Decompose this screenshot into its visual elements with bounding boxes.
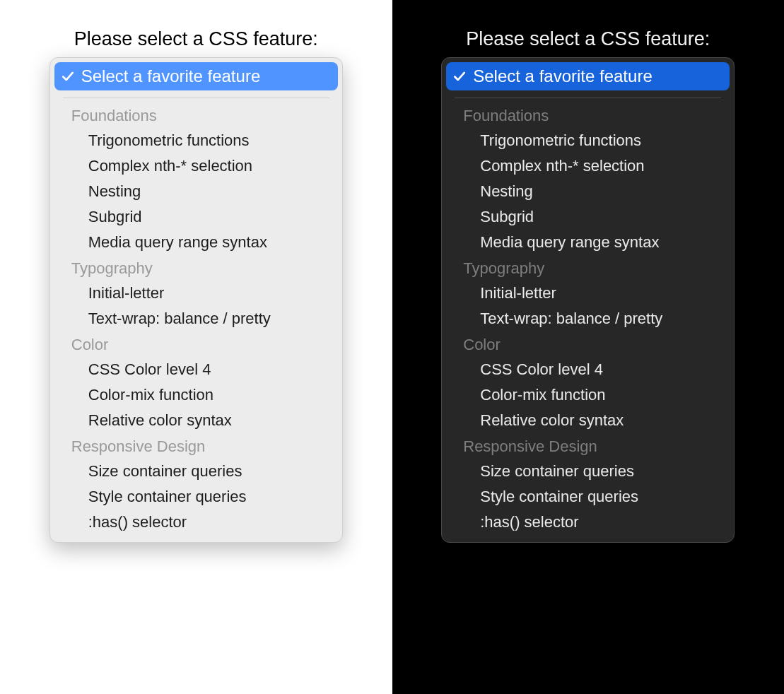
dropdown-option[interactable]: Complex nth-* selection <box>54 153 338 179</box>
dropdown-option[interactable]: Color-mix function <box>54 382 338 408</box>
dropdown-option[interactable]: Style container queries <box>446 484 730 510</box>
dropdown-option[interactable]: Initial-letter <box>446 281 730 306</box>
selected-option-label: Select a favorite feature <box>81 66 260 86</box>
optgroup-header: Color <box>446 331 730 357</box>
dropdown-option[interactable]: Color-mix function <box>446 382 730 408</box>
optgroup-header: Color <box>54 331 338 357</box>
dropdown-option[interactable]: :has() selector <box>446 510 730 535</box>
dropdown-option[interactable]: Nesting <box>446 179 730 204</box>
light-theme-pane: Please select a CSS feature: Select a fa… <box>0 0 392 694</box>
dropdown-option[interactable]: Nesting <box>54 179 338 204</box>
prompt-label: Please select a CSS feature: <box>74 28 318 50</box>
dropdown-option[interactable]: Subgrid <box>54 204 338 230</box>
checkmark-icon <box>62 70 74 83</box>
selected-option-row[interactable]: Select a favorite feature <box>446 62 730 90</box>
optgroup-header: Foundations <box>54 102 338 128</box>
dropdown-option[interactable]: CSS Color level 4 <box>54 357 338 382</box>
dropdown-option[interactable]: Relative color syntax <box>54 408 338 433</box>
checkmark-icon <box>453 70 466 83</box>
divider <box>455 98 721 98</box>
dropdown-option[interactable]: Initial-letter <box>54 281 338 306</box>
dropdown-option[interactable]: Size container queries <box>54 459 338 484</box>
selected-option-label: Select a favorite feature <box>473 66 652 86</box>
divider <box>63 98 329 98</box>
dropdown-option[interactable]: Subgrid <box>446 204 730 230</box>
optgroup-header: Typography <box>54 255 338 281</box>
css-feature-dropdown[interactable]: Select a favorite feature Foundations Tr… <box>49 57 343 543</box>
optgroup-header: Foundations <box>446 102 730 128</box>
dropdown-option[interactable]: Text-wrap: balance / pretty <box>446 306 730 331</box>
selected-option-row[interactable]: Select a favorite feature <box>54 62 338 90</box>
dropdown-option[interactable]: Text-wrap: balance / pretty <box>54 306 338 331</box>
dropdown-option[interactable]: :has() selector <box>54 510 338 535</box>
prompt-label: Please select a CSS feature: <box>466 28 710 50</box>
dropdown-option[interactable]: Size container queries <box>446 459 730 484</box>
dropdown-option[interactable]: Media query range syntax <box>54 230 338 255</box>
optgroup-header: Responsive Design <box>54 433 338 459</box>
optgroup-header: Typography <box>446 255 730 281</box>
optgroup-header: Responsive Design <box>446 433 730 459</box>
dark-theme-pane: Please select a CSS feature: Select a fa… <box>392 0 785 694</box>
dropdown-option[interactable]: Media query range syntax <box>446 230 730 255</box>
dropdown-option[interactable]: Complex nth-* selection <box>446 153 730 179</box>
dropdown-option[interactable]: Trigonometric functions <box>54 128 338 153</box>
dropdown-option[interactable]: CSS Color level 4 <box>446 357 730 382</box>
dropdown-option[interactable]: Trigonometric functions <box>446 128 730 153</box>
dropdown-option[interactable]: Relative color syntax <box>446 408 730 433</box>
dropdown-option[interactable]: Style container queries <box>54 484 338 510</box>
css-feature-dropdown[interactable]: Select a favorite feature Foundations Tr… <box>441 57 735 543</box>
